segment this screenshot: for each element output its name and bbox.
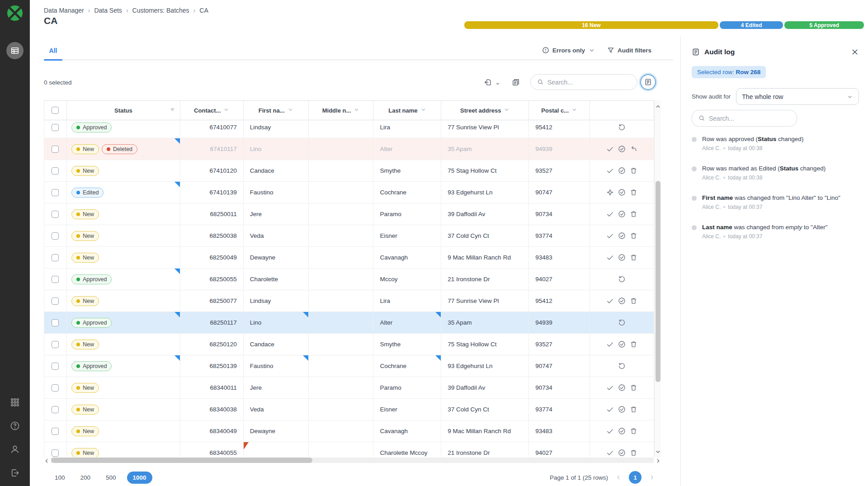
row-action-trash-icon[interactable] bbox=[630, 189, 637, 196]
cell-street[interactable]: 75 Stag Hollow Ct bbox=[441, 334, 529, 355]
cell-street[interactable]: 93 Edgehurst Ln bbox=[441, 355, 529, 377]
row-action-check-icon[interactable] bbox=[606, 384, 614, 392]
row-action-approve-icon[interactable] bbox=[618, 189, 626, 196]
row-checkbox[interactable] bbox=[52, 384, 59, 392]
vertical-scroll-thumb[interactable] bbox=[656, 181, 660, 382]
horizontal-scroll-track[interactable] bbox=[51, 458, 654, 463]
row-action-approve-icon[interactable] bbox=[618, 340, 626, 348]
cell-postal[interactable]: 93527 bbox=[529, 160, 590, 181]
row-action-check-icon[interactable] bbox=[606, 427, 614, 435]
horizontal-scroll-thumb[interactable] bbox=[51, 458, 312, 463]
cell-postal[interactable]: 94027 bbox=[529, 442, 590, 457]
cell-middle-name[interactable] bbox=[309, 203, 374, 225]
cell-status[interactable]: New bbox=[67, 203, 180, 225]
cell-status[interactable]: New bbox=[67, 377, 180, 398]
cell-contact[interactable]: 68250077 bbox=[180, 290, 244, 311]
cell-middle-name[interactable] bbox=[309, 399, 374, 420]
breadcrumb-item[interactable]: Customers: Batches bbox=[132, 7, 189, 14]
column-header-first_name[interactable]: First na... bbox=[244, 101, 309, 120]
row-checkbox[interactable] bbox=[52, 276, 59, 283]
row-action-trash-icon[interactable] bbox=[630, 254, 637, 261]
page-size-100[interactable]: 100 bbox=[50, 472, 70, 484]
column-menu-icon[interactable] bbox=[354, 107, 359, 114]
cell-middle-name[interactable] bbox=[309, 269, 374, 290]
cell-last-name[interactable]: Alter bbox=[373, 138, 441, 160]
cell-street[interactable]: 77 Sunrise View Pl bbox=[441, 120, 529, 138]
cell-last-name[interactable]: Lira bbox=[373, 290, 441, 311]
cell-street[interactable]: 77 Sunrise View Pl bbox=[441, 290, 529, 311]
cell-middle-name[interactable] bbox=[309, 355, 374, 377]
row-action-approve-icon[interactable] bbox=[618, 232, 626, 240]
cell-first-name[interactable]: Candace bbox=[244, 334, 309, 355]
column-header-street[interactable]: Street address bbox=[441, 101, 529, 120]
breadcrumb-item[interactable]: Data Manager bbox=[44, 7, 84, 14]
next-page-icon[interactable] bbox=[649, 474, 655, 481]
cell-postal[interactable]: 94939 bbox=[529, 312, 590, 333]
export-chevron-icon[interactable] bbox=[495, 80, 500, 85]
row-action-approve-icon[interactable] bbox=[618, 145, 626, 153]
audit-search[interactable] bbox=[692, 110, 797, 127]
cell-contact[interactable]: 68340055 bbox=[180, 442, 244, 457]
row-action-check-icon[interactable] bbox=[606, 340, 614, 348]
cell-contact[interactable]: 68340038 bbox=[180, 399, 244, 420]
row-action-check-icon[interactable] bbox=[606, 449, 614, 457]
cell-status[interactable]: New bbox=[67, 225, 180, 246]
cell-last-name[interactable]: Paramo bbox=[373, 203, 441, 225]
horizontal-scrollbar[interactable] bbox=[44, 457, 661, 463]
cell-last-name[interactable]: Smythe bbox=[373, 334, 441, 355]
cell-status[interactable]: Approved bbox=[67, 312, 180, 333]
cell-street[interactable]: 35 Apam bbox=[441, 312, 529, 333]
row-action-approve-icon[interactable] bbox=[618, 427, 626, 435]
cell-postal[interactable]: 93774 bbox=[529, 225, 590, 246]
row-action-check-icon[interactable] bbox=[606, 254, 614, 261]
cell-postal[interactable]: 94027 bbox=[529, 269, 590, 290]
cell-status[interactable]: New bbox=[67, 399, 180, 420]
row-action-trash-icon[interactable] bbox=[630, 384, 637, 392]
prev-page-icon[interactable] bbox=[615, 474, 622, 481]
row-action-trash-icon[interactable] bbox=[630, 427, 637, 435]
audit-search-input[interactable] bbox=[709, 115, 790, 122]
cell-status[interactable]: NewDeleted bbox=[67, 138, 180, 160]
cell-contact[interactable]: 68250049 bbox=[180, 247, 244, 268]
row-action-approve-icon[interactable] bbox=[618, 384, 626, 392]
logout-icon[interactable] bbox=[10, 468, 20, 478]
cell-first-name[interactable]: Lino bbox=[244, 312, 309, 333]
cell-contact[interactable]: 68250055 bbox=[180, 269, 244, 290]
cell-last-name[interactable]: Cochrane bbox=[373, 355, 441, 377]
cell-postal[interactable]: 90747 bbox=[529, 182, 590, 203]
row-checkbox[interactable] bbox=[52, 449, 59, 457]
cell-middle-name[interactable] bbox=[309, 225, 374, 246]
cell-first-name[interactable]: Candace bbox=[244, 160, 309, 181]
row-checkbox[interactable] bbox=[52, 211, 59, 218]
cell-middle-name[interactable] bbox=[309, 120, 374, 138]
cell-last-name[interactable]: Cochrane bbox=[373, 182, 441, 203]
row-checkbox[interactable] bbox=[52, 189, 59, 196]
row-action-trash-icon[interactable] bbox=[630, 210, 637, 218]
column-menu-icon[interactable] bbox=[223, 107, 229, 114]
cell-middle-name[interactable] bbox=[309, 138, 374, 160]
cell-postal[interactable]: 90734 bbox=[529, 377, 590, 398]
cell-postal[interactable]: 90747 bbox=[529, 355, 590, 377]
cell-status[interactable]: New bbox=[67, 290, 180, 311]
cell-postal[interactable]: 94939 bbox=[529, 138, 590, 160]
close-icon[interactable] bbox=[851, 48, 859, 56]
row-action-trash-icon[interactable] bbox=[630, 232, 637, 240]
cell-contact[interactable]: 67410139 bbox=[180, 182, 244, 203]
show-audit-for-select[interactable]: The whole row bbox=[736, 88, 859, 105]
cell-status[interactable]: New bbox=[67, 160, 180, 181]
row-action-trash-icon[interactable] bbox=[630, 449, 637, 457]
scroll-left-icon[interactable] bbox=[44, 458, 50, 463]
row-checkbox[interactable] bbox=[52, 341, 59, 348]
cell-street[interactable]: 9 Mac Millan Ranch Rd bbox=[441, 420, 529, 442]
cell-contact[interactable]: 68250117 bbox=[180, 312, 244, 333]
filter-icon[interactable] bbox=[170, 107, 175, 114]
row-action-revert-icon[interactable] bbox=[618, 319, 626, 326]
current-page-button[interactable]: 1 bbox=[629, 471, 642, 484]
column-header-middle_name[interactable]: Middle n... bbox=[309, 101, 374, 120]
cell-street[interactable]: 37 Cold Cyn Ct bbox=[441, 399, 529, 420]
cell-status[interactable]: New bbox=[67, 334, 180, 355]
cell-first-name[interactable]: Faustino bbox=[244, 355, 309, 377]
help-icon[interactable] bbox=[10, 421, 20, 431]
cell-middle-name[interactable] bbox=[309, 160, 374, 181]
cell-first-name[interactable]: Veda bbox=[244, 399, 309, 420]
